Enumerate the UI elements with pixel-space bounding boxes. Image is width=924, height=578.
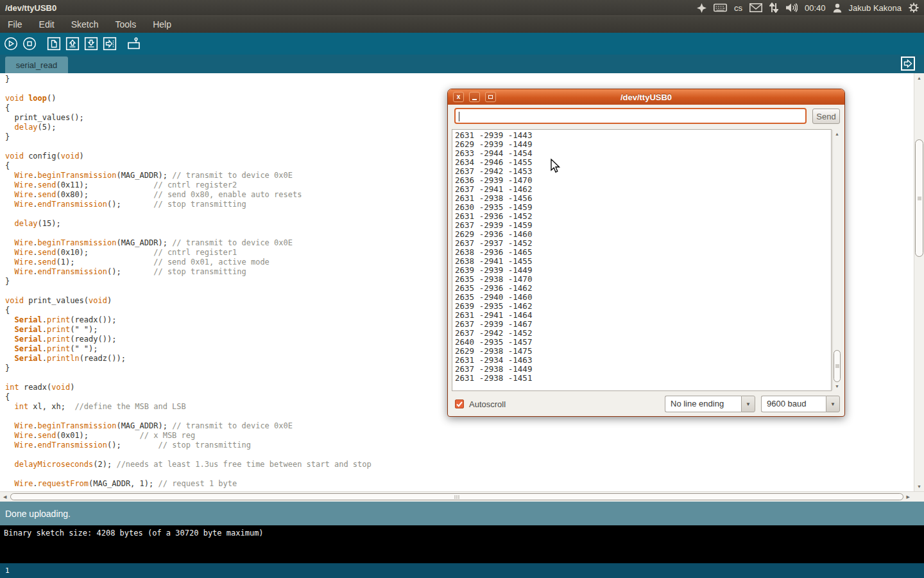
serial-line: 2630 -2935 -1459 <box>455 203 831 212</box>
line-ending-dropdown[interactable]: No line ending ▼ <box>665 396 755 412</box>
build-console: Binary sketch size: 4208 bytes (of a 307… <box>0 525 924 563</box>
status-bar: Done uploading. <box>0 502 924 525</box>
baud-rate-value[interactable]: 9600 baud <box>761 396 826 412</box>
editor-vertical-scrollbar[interactable]: ▲ ▼ <box>914 73 924 491</box>
code-line: Wire.beginTransmission(MAG_ADDR); // tra… <box>5 421 914 431</box>
menubar: FileEditSketchToolsHelp <box>0 15 924 33</box>
mail-icon[interactable] <box>749 3 762 12</box>
editor-vscroll-thumb[interactable] <box>915 139 923 257</box>
save-button[interactable] <box>83 36 99 51</box>
chevron-down-icon[interactable]: ▼ <box>826 396 840 412</box>
serial-monitor-titlebar[interactable]: /dev/ttyUSB0 x <box>448 89 844 105</box>
menu-file[interactable]: File <box>8 19 22 30</box>
volume-icon[interactable] <box>785 3 798 13</box>
serial-monitor-title: /dev/ttyUSB0 <box>448 92 844 102</box>
scroll-up-arrow[interactable]: ▲ <box>917 76 921 80</box>
toolbar <box>0 33 924 55</box>
serial-line: 2629 -2938 -1475 <box>455 347 831 356</box>
serial-scroll-down-arrow[interactable]: ▼ <box>835 384 839 389</box>
minimize-button[interactable] <box>469 92 480 102</box>
serial-line: 2640 -2935 -1457 <box>455 338 831 347</box>
send-button-label: Send <box>816 112 835 121</box>
editor-hscroll-thumb[interactable] <box>10 493 903 500</box>
serial-output-area[interactable]: 2631 -2939 -14432629 -2939 -14492633 -29… <box>452 129 832 391</box>
code-line: delayMicroseconds(2); //needs at least 1… <box>5 460 914 469</box>
desktop-top-panel: /dev/ttyUSB0 cs 00:40 Jakub Kakona <box>0 0 924 15</box>
serial-line: 2639 -2935 -1462 <box>455 302 831 311</box>
serial-line: 2638 -2941 -1455 <box>455 257 831 266</box>
console-text: Binary sketch size: 4208 bytes (of a 307… <box>4 529 264 538</box>
serial-line: 2637 -2939 -1459 <box>455 221 831 230</box>
current-line-number: 1 <box>5 566 10 575</box>
serial-monitor-controls: Autoscroll No line ending ▼ 9600 baud ▼ <box>448 391 844 415</box>
tab-label: serial_read <box>16 60 57 70</box>
serial-line: 2631 -2936 -1452 <box>455 212 831 221</box>
scroll-left-arrow[interactable]: ◀ <box>3 495 6 499</box>
serial-line: 2631 -2941 -1464 <box>455 311 831 320</box>
tab-serial-read[interactable]: serial_read <box>5 57 68 73</box>
serial-line: 2629 -2939 -1449 <box>455 140 831 149</box>
clock[interactable]: 00:40 <box>805 3 826 13</box>
user-name[interactable]: Jakub Kakona <box>849 3 902 13</box>
line-number-bar: 1 <box>0 563 924 578</box>
menu-help[interactable]: Help <box>153 19 171 30</box>
serial-line: 2637 -2937 -1452 <box>455 239 831 248</box>
serial-line: 2635 -2940 -1460 <box>455 293 831 302</box>
new-sketch-button[interactable] <box>46 36 62 51</box>
status-text: Done uploading. <box>5 509 71 519</box>
code-line: Wire.endTransmission(); // stop transmit… <box>5 441 914 450</box>
upload-button[interactable] <box>102 36 117 51</box>
mouse-cursor <box>550 159 563 174</box>
window-title: /dev/ttyUSB0 <box>0 3 56 13</box>
serial-line: 2631 -2938 -1451 <box>455 374 831 383</box>
serial-scroll-up-arrow[interactable]: ▲ <box>835 132 839 136</box>
menu-tools[interactable]: Tools <box>116 19 137 30</box>
keyboard-layout-label[interactable]: cs <box>734 3 742 13</box>
line-ending-value[interactable]: No line ending <box>665 396 741 412</box>
code-line: } <box>5 74 914 84</box>
keyboard-icon[interactable] <box>714 3 727 12</box>
serial-line: 2637 -2942 -1453 <box>455 167 831 176</box>
serial-line: 2637 -2938 -1449 <box>455 365 831 374</box>
serial-line: 2635 -2936 -1462 <box>455 284 831 293</box>
serial-line: 2634 -2946 -1455 <box>455 158 831 167</box>
menu-sketch[interactable]: Sketch <box>71 19 99 30</box>
chevron-down-icon[interactable]: ▼ <box>741 396 755 412</box>
user-icon <box>833 3 842 13</box>
scroll-down-arrow[interactable]: ▼ <box>917 484 921 489</box>
baud-rate-dropdown[interactable]: 9600 baud ▼ <box>761 396 840 412</box>
serial-line: 2639 -2939 -1449 <box>455 266 831 275</box>
applet-icon[interactable] <box>697 3 706 13</box>
serial-line: 2637 -2941 -1462 <box>455 185 831 194</box>
open-button[interactable] <box>65 36 80 51</box>
autoscroll-checkbox[interactable] <box>455 399 464 408</box>
system-tray: cs 00:40 Jakub Kakona <box>697 3 924 13</box>
scroll-right-arrow[interactable]: ▶ <box>907 495 910 499</box>
network-arrows-icon[interactable] <box>769 3 778 13</box>
code-line <box>5 450 914 460</box>
serial-line: 2636 -2939 -1470 <box>455 176 831 185</box>
serial-vertical-scrollbar[interactable]: ▲ ▼ <box>832 130 841 390</box>
serial-monitor-button[interactable] <box>126 36 142 51</box>
serial-line: 2631 -2939 -1443 <box>455 131 831 140</box>
send-button[interactable]: Send <box>812 109 840 124</box>
editor-horizontal-scrollbar[interactable]: ◀ ▶ <box>0 491 924 502</box>
session-gear-icon[interactable] <box>909 3 919 13</box>
serial-monitor-window: /dev/ttyUSB0 x Send 2631 -2939 -14432629… <box>447 89 845 417</box>
serial-vscroll-thumb[interactable] <box>834 350 841 382</box>
serial-input-field[interactable] <box>454 108 807 124</box>
close-button[interactable]: x <box>453 92 464 102</box>
serial-line: 2633 -2944 -1454 <box>455 149 831 158</box>
verify-button[interactable] <box>3 36 19 51</box>
serial-line: 2631 -2934 -1463 <box>455 356 831 365</box>
menu-edit[interactable]: Edit <box>39 19 55 30</box>
text-caret <box>459 112 459 121</box>
stop-button[interactable] <box>22 36 37 51</box>
tab-bar: serial_read <box>0 55 924 73</box>
maximize-button[interactable] <box>485 92 496 102</box>
autoscroll-label[interactable]: Autoscroll <box>469 399 506 409</box>
code-line: Wire.send(0x01); // x MSB reg <box>5 431 914 441</box>
tab-menu-button[interactable] <box>900 56 916 71</box>
code-line: Wire.requestFrom(MAG_ADDR, 1); // reques… <box>5 479 914 489</box>
code-line <box>5 469 914 479</box>
